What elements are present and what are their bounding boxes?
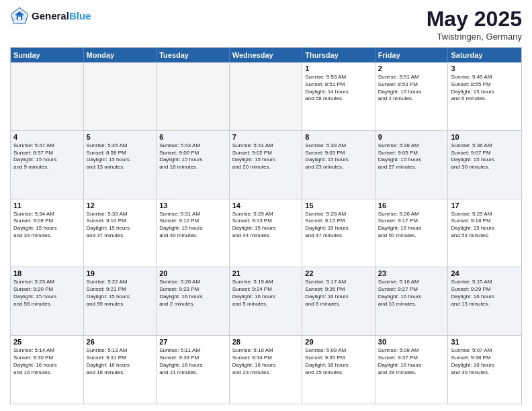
day-info: Sunrise: 5:47 AM Sunset: 8:57 PM Dayligh… xyxy=(13,142,81,171)
day-number: 1 xyxy=(305,64,372,73)
weekday-header-sunday: Sunday xyxy=(11,48,84,62)
day-cell-14: 14Sunrise: 5:29 AM Sunset: 9:13 PM Dayli… xyxy=(230,199,303,267)
day-cell-26: 26Sunrise: 5:13 AM Sunset: 9:31 PM Dayli… xyxy=(84,336,157,404)
day-info: Sunrise: 5:41 AM Sunset: 9:02 PM Dayligh… xyxy=(232,142,300,171)
day-number: 18 xyxy=(13,269,81,277)
day-info: Sunrise: 5:49 AM Sunset: 8:55 PM Dayligh… xyxy=(451,74,519,103)
day-cell-28: 28Sunrise: 5:10 AM Sunset: 9:34 PM Dayli… xyxy=(230,336,303,404)
calendar-header: SundayMondayTuesdayWednesdayThursdayFrid… xyxy=(11,48,521,62)
calendar: SundayMondayTuesdayWednesdayThursdayFrid… xyxy=(10,47,522,404)
day-info: Sunrise: 5:38 AM Sunset: 9:05 PM Dayligh… xyxy=(378,142,445,171)
day-cell-21: 21Sunrise: 5:19 AM Sunset: 9:24 PM Dayli… xyxy=(230,267,303,335)
day-number: 7 xyxy=(232,133,300,141)
svg-rect-2 xyxy=(18,17,21,20)
weekday-header-friday: Friday xyxy=(375,48,449,62)
weekday-header-tuesday: Tuesday xyxy=(157,48,230,62)
day-cell-16: 16Sunrise: 5:26 AM Sunset: 9:17 PM Dayli… xyxy=(375,199,449,267)
day-info: Sunrise: 5:07 AM Sunset: 9:38 PM Dayligh… xyxy=(451,347,519,376)
day-cell-6: 6Sunrise: 5:43 AM Sunset: 9:00 PM Daylig… xyxy=(157,131,230,199)
day-number: 16 xyxy=(378,201,445,210)
day-cell-17: 17Sunrise: 5:25 AM Sunset: 9:18 PM Dayli… xyxy=(448,199,521,267)
day-info: Sunrise: 5:22 AM Sunset: 9:21 PM Dayligh… xyxy=(87,279,154,308)
day-number: 9 xyxy=(378,133,445,141)
weekday-header-thursday: Thursday xyxy=(302,48,375,62)
empty-cell xyxy=(11,62,84,130)
day-info: Sunrise: 5:15 AM Sunset: 9:29 PM Dayligh… xyxy=(451,279,519,308)
day-info: Sunrise: 5:53 AM Sunset: 8:51 PM Dayligh… xyxy=(305,74,372,103)
day-number: 11 xyxy=(13,201,81,210)
day-number: 30 xyxy=(378,338,445,346)
day-cell-1: 1Sunrise: 5:53 AM Sunset: 8:51 PM Daylig… xyxy=(302,62,375,130)
logo-text: GeneralBlue xyxy=(32,11,91,22)
header: GeneralBlue May 2025 Twistringen, German… xyxy=(10,7,522,42)
day-cell-5: 5Sunrise: 5:45 AM Sunset: 8:58 PM Daylig… xyxy=(84,131,157,199)
weekday-header-saturday: Saturday xyxy=(448,48,521,62)
day-info: Sunrise: 5:14 AM Sunset: 9:30 PM Dayligh… xyxy=(13,347,81,376)
day-number: 10 xyxy=(451,133,519,141)
day-cell-13: 13Sunrise: 5:31 AM Sunset: 9:12 PM Dayli… xyxy=(157,199,230,267)
day-cell-15: 15Sunrise: 5:28 AM Sunset: 9:15 PM Dayli… xyxy=(302,199,375,267)
day-info: Sunrise: 5:08 AM Sunset: 9:37 PM Dayligh… xyxy=(378,347,445,376)
day-number: 23 xyxy=(378,269,445,277)
day-info: Sunrise: 5:13 AM Sunset: 9:31 PM Dayligh… xyxy=(87,347,154,376)
location: Twistringen, Germany xyxy=(427,32,522,42)
day-number: 2 xyxy=(378,64,445,73)
day-info: Sunrise: 5:28 AM Sunset: 9:15 PM Dayligh… xyxy=(305,211,372,240)
day-info: Sunrise: 5:29 AM Sunset: 9:13 PM Dayligh… xyxy=(232,211,300,240)
day-cell-25: 25Sunrise: 5:14 AM Sunset: 9:30 PM Dayli… xyxy=(11,336,84,404)
day-cell-30: 30Sunrise: 5:08 AM Sunset: 9:37 PM Dayli… xyxy=(375,336,449,404)
day-info: Sunrise: 5:20 AM Sunset: 9:23 PM Dayligh… xyxy=(159,279,226,308)
day-info: Sunrise: 5:34 AM Sunset: 9:08 PM Dayligh… xyxy=(13,211,81,240)
day-cell-12: 12Sunrise: 5:33 AM Sunset: 9:10 PM Dayli… xyxy=(84,199,157,267)
day-cell-7: 7Sunrise: 5:41 AM Sunset: 9:02 PM Daylig… xyxy=(230,131,303,199)
day-number: 22 xyxy=(305,269,372,277)
day-number: 25 xyxy=(13,338,81,346)
day-info: Sunrise: 5:51 AM Sunset: 8:53 PM Dayligh… xyxy=(378,74,445,103)
day-cell-27: 27Sunrise: 5:11 AM Sunset: 9:33 PM Dayli… xyxy=(157,336,230,404)
day-info: Sunrise: 5:31 AM Sunset: 9:12 PM Dayligh… xyxy=(159,211,226,240)
day-cell-22: 22Sunrise: 5:17 AM Sunset: 9:26 PM Dayli… xyxy=(302,267,375,335)
day-info: Sunrise: 5:09 AM Sunset: 9:35 PM Dayligh… xyxy=(305,347,372,376)
day-number: 14 xyxy=(232,201,300,210)
day-cell-29: 29Sunrise: 5:09 AM Sunset: 9:35 PM Dayli… xyxy=(302,336,375,404)
day-number: 28 xyxy=(232,338,300,346)
day-number: 27 xyxy=(159,338,226,346)
title-block: May 2025 Twistringen, Germany xyxy=(427,7,522,42)
day-cell-3: 3Sunrise: 5:49 AM Sunset: 8:55 PM Daylig… xyxy=(448,62,521,130)
day-cell-20: 20Sunrise: 5:20 AM Sunset: 9:23 PM Dayli… xyxy=(157,267,230,335)
day-number: 24 xyxy=(451,269,519,277)
calendar-body: 1Sunrise: 5:53 AM Sunset: 8:51 PM Daylig… xyxy=(11,62,521,404)
day-cell-8: 8Sunrise: 5:39 AM Sunset: 9:03 PM Daylig… xyxy=(302,131,375,199)
day-info: Sunrise: 5:45 AM Sunset: 8:58 PM Dayligh… xyxy=(87,142,154,171)
page: GeneralBlue May 2025 Twistringen, German… xyxy=(0,0,532,411)
day-info: Sunrise: 5:11 AM Sunset: 9:33 PM Dayligh… xyxy=(159,347,226,376)
day-number: 17 xyxy=(451,201,519,210)
day-cell-10: 10Sunrise: 5:36 AM Sunset: 9:07 PM Dayli… xyxy=(448,131,521,199)
day-cell-31: 31Sunrise: 5:07 AM Sunset: 9:38 PM Dayli… xyxy=(448,336,521,404)
day-info: Sunrise: 5:39 AM Sunset: 9:03 PM Dayligh… xyxy=(305,142,372,171)
day-number: 26 xyxy=(87,338,154,346)
day-cell-2: 2Sunrise: 5:51 AM Sunset: 8:53 PM Daylig… xyxy=(375,62,449,130)
day-number: 20 xyxy=(159,269,226,277)
day-info: Sunrise: 5:23 AM Sunset: 9:20 PM Dayligh… xyxy=(13,279,81,308)
day-info: Sunrise: 5:17 AM Sunset: 9:26 PM Dayligh… xyxy=(305,279,372,308)
day-cell-11: 11Sunrise: 5:34 AM Sunset: 9:08 PM Dayli… xyxy=(11,199,84,267)
day-cell-19: 19Sunrise: 5:22 AM Sunset: 9:21 PM Dayli… xyxy=(84,267,157,335)
day-info: Sunrise: 5:33 AM Sunset: 9:10 PM Dayligh… xyxy=(87,211,154,240)
day-info: Sunrise: 5:36 AM Sunset: 9:07 PM Dayligh… xyxy=(451,142,519,171)
day-number: 21 xyxy=(232,269,300,277)
day-number: 3 xyxy=(451,64,519,73)
empty-cell xyxy=(84,62,157,130)
logo: GeneralBlue xyxy=(10,7,91,26)
day-number: 13 xyxy=(159,201,226,210)
day-info: Sunrise: 5:26 AM Sunset: 9:17 PM Dayligh… xyxy=(378,211,445,240)
day-number: 5 xyxy=(87,133,154,141)
calendar-row: 18Sunrise: 5:23 AM Sunset: 9:20 PM Dayli… xyxy=(11,267,521,336)
logo-icon xyxy=(10,7,29,26)
day-cell-24: 24Sunrise: 5:15 AM Sunset: 9:29 PM Dayli… xyxy=(448,267,521,335)
weekday-header-monday: Monday xyxy=(84,48,157,62)
day-number: 6 xyxy=(159,133,226,141)
day-number: 19 xyxy=(87,269,154,277)
weekday-header-wednesday: Wednesday xyxy=(230,48,303,62)
day-number: 31 xyxy=(451,338,519,346)
